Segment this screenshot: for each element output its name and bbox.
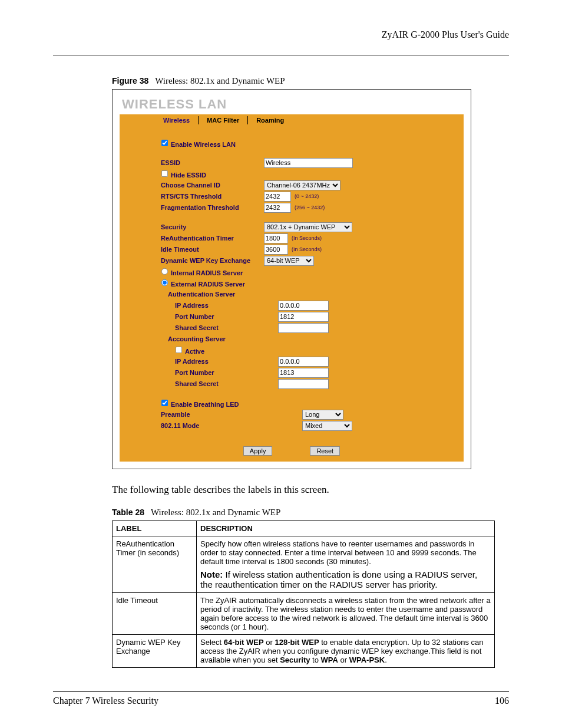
- orange-panel: Wireless MAC Filter Roaming Enable Wirel…: [120, 114, 464, 462]
- acct-secret-input[interactable]: [278, 379, 329, 389]
- table-row: ReAuthentication Timer (in seconds) Spec…: [113, 536, 495, 593]
- reauth-hint: (In Seconds): [292, 235, 322, 241]
- figure-label: Figure 38: [112, 76, 148, 85]
- idle-label: Idle Timeout: [161, 246, 264, 253]
- panel-title: WIRELESS LAN: [122, 97, 464, 112]
- acct-active-checkbox[interactable]: [176, 346, 182, 353]
- auth-port-input[interactable]: [278, 312, 329, 322]
- screenshot-frame: WIRELESS LAN Wireless MAC Filter Roaming…: [112, 89, 471, 469]
- description-table: LABEL DESCRIPTION ReAuthentication Timer…: [112, 521, 495, 668]
- dwep-label: Dynamic WEP Key Exchange: [161, 257, 264, 264]
- acct-ip-label: IP Address: [161, 358, 278, 365]
- hide-essid-label: Hide ESSID: [171, 172, 206, 179]
- header-rule: [53, 55, 509, 55]
- security-select[interactable]: 802.1x + Dynamic WEP: [264, 222, 352, 232]
- th-label: LABEL: [113, 521, 197, 536]
- tab-roaming[interactable]: Roaming: [248, 114, 292, 126]
- acct-secret-label: Shared Secret: [161, 380, 278, 387]
- enable-wlan-checkbox[interactable]: [161, 139, 168, 146]
- channel-label: Choose Channel ID: [161, 182, 264, 189]
- auth-ip-input[interactable]: [278, 301, 329, 311]
- idle-hint: (In Seconds): [292, 246, 322, 252]
- figure-caption: Figure 38 Wireless: 802.1x and Dynamic W…: [112, 76, 509, 86]
- acct-ip-input[interactable]: [278, 357, 329, 367]
- button-row: Apply Reset: [120, 440, 464, 462]
- frag-label: Fragmentation Threshold: [161, 204, 264, 211]
- auth-secret-input[interactable]: [278, 323, 329, 333]
- th-desc: DESCRIPTION: [197, 521, 495, 536]
- preamble-label: Preamble: [161, 411, 302, 418]
- frag-hint: (256 ~ 2432): [295, 205, 325, 210]
- internal-radius-label: Internal RADIUS Server: [171, 269, 243, 276]
- security-label: Security: [161, 223, 264, 230]
- acct-server-label: Accounting Server: [161, 335, 271, 342]
- cell-desc: Specify how often wireless stations have…: [197, 536, 495, 593]
- acct-port-input[interactable]: [278, 368, 329, 378]
- page-footer: Chapter 7 Wireless Security 106: [53, 691, 509, 706]
- auth-server-label: Authentication Server: [161, 291, 271, 298]
- dwep-select[interactable]: 64-bit WEP: [264, 256, 314, 266]
- rts-input[interactable]: [264, 192, 291, 202]
- auth-port-label: Port Number: [161, 313, 278, 320]
- essid-label: ESSID: [161, 159, 264, 166]
- table-label: Table 28: [112, 508, 144, 517]
- rts-hint: (0 ~ 2432): [295, 193, 319, 199]
- tab-wireless[interactable]: Wireless: [155, 114, 198, 126]
- internal-radius-radio[interactable]: [161, 268, 168, 274]
- cell-label: ReAuthentication Timer (in seconds): [113, 536, 197, 593]
- mode-select[interactable]: Mixed: [302, 421, 352, 431]
- table-row: Dynamic WEP Key Exchange Select 64-bit W…: [113, 635, 495, 668]
- channel-select[interactable]: Channel-06 2437MHz: [264, 180, 340, 190]
- mode-label: 802.11 Mode: [161, 422, 302, 429]
- acct-port-label: Port Number: [161, 369, 278, 376]
- table-caption: Table 28 Wireless: 802.1x and Dynamic WE…: [112, 508, 509, 518]
- reset-button[interactable]: Reset: [310, 446, 340, 456]
- apply-button[interactable]: Apply: [243, 446, 273, 456]
- auth-secret-label: Shared Secret: [161, 324, 278, 331]
- footer-chapter: Chapter 7 Wireless Security: [53, 696, 158, 706]
- auth-ip-label: IP Address: [161, 302, 278, 309]
- tab-bar: Wireless MAC Filter Roaming: [155, 114, 464, 126]
- table-row: Idle Timeout The ZyAIR automatically dis…: [113, 593, 495, 635]
- preamble-select[interactable]: Long: [302, 410, 343, 420]
- reauth-input[interactable]: [264, 233, 288, 243]
- breathing-led-label: Enable Breathing LED: [171, 401, 239, 408]
- breathing-led-checkbox[interactable]: [161, 399, 168, 406]
- essid-input[interactable]: [264, 158, 353, 168]
- cell-desc: The ZyAIR automatically disconnects a wi…: [197, 593, 495, 635]
- acct-active-label: Active: [185, 348, 204, 355]
- hide-essid-checkbox[interactable]: [161, 170, 168, 176]
- external-radius-radio[interactable]: [161, 279, 168, 285]
- cell-desc: Select 64-bit WEP or 128-bit WEP to enab…: [197, 635, 495, 668]
- frag-input[interactable]: [264, 203, 291, 213]
- header-title: ZyAIR G-2000 Plus User's Guide: [53, 29, 509, 43]
- footer-page: 106: [495, 696, 509, 706]
- idle-input[interactable]: [264, 245, 288, 255]
- intro-paragraph: The following table describes the labels…: [112, 484, 509, 496]
- reauth-label: ReAuthentication Timer: [161, 235, 264, 242]
- table-caption-text: Wireless: 802.1x and Dynamic WEP: [151, 508, 280, 517]
- enable-wlan-label: Enable Wireless LAN: [171, 141, 236, 148]
- cell-label: Idle Timeout: [113, 593, 197, 635]
- figure-caption-text: Wireless: 802.1x and Dynamic WEP: [155, 76, 285, 85]
- external-radius-label: External RADIUS Server: [171, 281, 245, 288]
- cell-label: Dynamic WEP Key Exchange: [113, 635, 197, 668]
- rts-label: RTS/CTS Threshold: [161, 193, 264, 200]
- form-area: Enable Wireless LAN ESSID Hide ESSID Cho…: [120, 126, 464, 440]
- tab-macfilter[interactable]: MAC Filter: [199, 114, 247, 126]
